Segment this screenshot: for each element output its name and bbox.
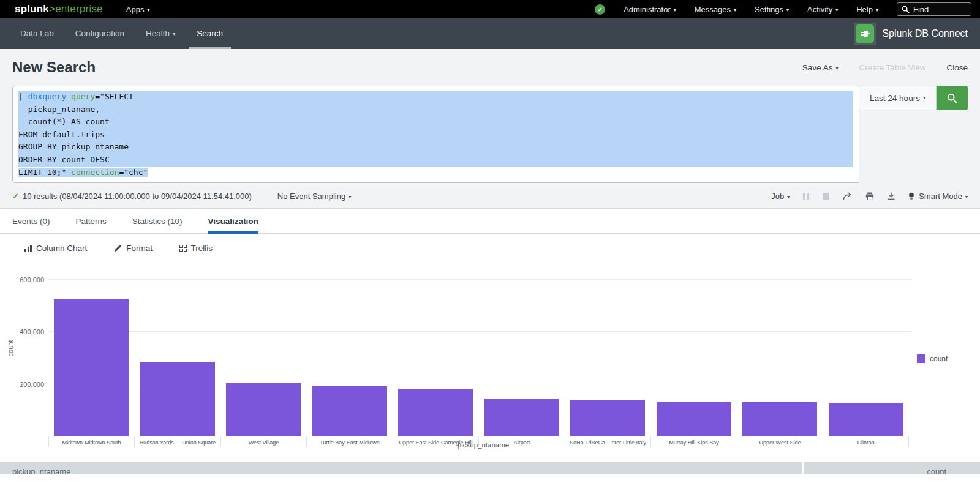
app-identity[interactable]: Splunk DB Connect: [854, 23, 968, 45]
menu-messages[interactable]: Messages▾: [695, 5, 736, 14]
check-icon: ✓: [12, 192, 19, 201]
db-connect-plug-icon: [856, 24, 874, 43]
stop-icon[interactable]: [823, 193, 829, 200]
bars: [54, 263, 913, 436]
search-icon: [902, 6, 910, 13]
chevron-down-icon: ▾: [173, 31, 175, 37]
tab-statistics[interactable]: Statistics (10): [132, 209, 183, 233]
header-actions: Save As▾ Create Table View Close: [802, 63, 968, 72]
download-icon[interactable]: [888, 192, 895, 200]
app-icon-tile: [854, 23, 876, 45]
query-line-6: ORDER BY count DESC: [18, 154, 853, 167]
bar-8[interactable]: [657, 402, 731, 436]
trellis-grid-icon: [179, 245, 187, 252]
chevron-down-icon: ▾: [734, 7, 736, 13]
logo-product: enterprise: [55, 3, 103, 15]
bar-10[interactable]: [829, 403, 903, 436]
x-axis-title: pickup_ntaname: [54, 441, 913, 449]
format-button[interactable]: Format: [114, 244, 153, 253]
close-button[interactable]: Close: [946, 63, 968, 72]
chevron-down-icon: ▾: [786, 7, 789, 13]
nav-configuration[interactable]: Configuration: [67, 18, 132, 49]
tab-events[interactable]: Events (0): [12, 209, 50, 233]
page-header-row: New Search Save As▾ Create Table View Cl…: [0, 49, 980, 83]
create-table-view-button: Create Table View: [859, 63, 925, 72]
search-bar-row: | dbxquery query="SELECT pickup_ntaname,…: [0, 83, 980, 183]
save-as-button[interactable]: Save As▾: [802, 63, 839, 72]
pause-icon[interactable]: [803, 193, 809, 200]
column-chart: 200,000400,000600,000 count Midtown-Midt…: [0, 260, 980, 453]
app-name: Splunk DB Connect: [882, 28, 968, 39]
bar-6[interactable]: [484, 399, 559, 436]
bar-4[interactable]: [312, 386, 387, 436]
chevron-down-icon: ▾: [835, 66, 838, 71]
search-submit-button[interactable]: [937, 86, 968, 110]
results-summary: 10 results (08/04/2024 11:00:00.000 to 0…: [23, 192, 252, 201]
y-tick-label: 200,000: [0, 381, 49, 388]
bar-3[interactable]: [226, 383, 301, 436]
chevron-down-icon: ▾: [965, 194, 968, 200]
chart-legend: count: [917, 354, 948, 363]
top-nav-right: ✓ Administrator▾ Messages▾ Settings▾ Act…: [595, 2, 971, 16]
smart-mode-dropdown[interactable]: Smart Mode▾: [908, 192, 968, 201]
bulb-icon: [908, 192, 914, 201]
nav-health[interactable]: Health▾: [138, 18, 183, 49]
pencil-icon: [114, 244, 122, 252]
y-tick-label: 600,000: [0, 276, 49, 283]
legend-swatch: [917, 354, 925, 363]
menu-settings[interactable]: Settings▾: [755, 5, 789, 14]
chevron-down-icon: ▾: [835, 7, 838, 13]
time-range-picker[interactable]: Last 24 hours▾: [859, 86, 937, 110]
search-icon: [947, 93, 957, 103]
find-search-box[interactable]: [897, 2, 971, 16]
tab-patterns[interactable]: Patterns: [76, 209, 107, 233]
job-toolbar: Job▾ Smart Mode▾: [771, 192, 968, 201]
page-title: New Search: [12, 59, 96, 76]
chart-plot-area: Midtown-Midtown SouthHudson Yards-...-Un…: [54, 263, 913, 436]
bar-7[interactable]: [570, 400, 645, 436]
query-line-5: GROUP BY pickup_ntaname: [18, 141, 853, 154]
results-tabs: Events (0) Patterns Statistics (10) Visu…: [0, 209, 980, 234]
query-line-2: pickup_ntaname,: [18, 103, 853, 116]
job-status-bar: ✓ 10 results (08/04/2024 11:00:00.000 to…: [0, 183, 980, 201]
query-line-1: | dbxquery query="SELECT: [18, 91, 853, 103]
y-axis-title: count: [7, 330, 14, 367]
share-icon[interactable]: [843, 192, 852, 200]
query-line-4: FROM default.trips: [18, 129, 853, 141]
bar-5[interactable]: [398, 389, 473, 436]
bar-9[interactable]: [742, 402, 817, 436]
menu-activity[interactable]: Activity▾: [807, 5, 838, 14]
menu-administrator[interactable]: Administrator▾: [624, 5, 676, 14]
chevron-down-icon: ▾: [787, 194, 790, 200]
tab-visualization[interactable]: Visualization: [208, 209, 258, 233]
logo-separator: >: [49, 3, 55, 15]
nav-data-lab[interactable]: Data Lab: [12, 18, 62, 49]
query-line-7: LIMIT 10;" connection="chc": [18, 167, 853, 179]
chevron-down-icon: ▾: [674, 7, 676, 13]
chart-type-picker[interactable]: Column Chart: [24, 244, 87, 253]
job-menu[interactable]: Job▾: [771, 192, 790, 201]
event-sampling-dropdown[interactable]: No Event Sampling▾: [277, 192, 351, 201]
top-nav: splunk>enterprise Apps▾ ✓ Administrator▾…: [0, 0, 980, 18]
nav-search[interactable]: Search: [189, 18, 231, 49]
column-header-count[interactable]: count: [804, 462, 980, 474]
visualization-toolbar: Column Chart Format Trellis: [0, 234, 980, 260]
chevron-down-icon: ▾: [923, 95, 925, 100]
health-status-icon[interactable]: ✓: [595, 4, 605, 15]
bar-1[interactable]: [54, 299, 129, 436]
splunk-logo[interactable]: splunk>enterprise: [15, 3, 103, 15]
legend-label: count: [930, 354, 948, 363]
chevron-down-icon: ▾: [349, 194, 351, 200]
query-line-3: count(*) AS count: [18, 116, 853, 129]
find-input[interactable]: [913, 5, 965, 14]
menu-apps[interactable]: Apps▾: [126, 5, 150, 14]
search-query-input[interactable]: | dbxquery query="SELECT pickup_ntaname,…: [12, 86, 859, 183]
bar-2[interactable]: [140, 362, 215, 436]
chevron-down-icon: ▾: [876, 7, 878, 13]
chevron-down-icon: ▾: [147, 7, 149, 13]
print-icon[interactable]: [865, 192, 874, 200]
trellis-button[interactable]: Trellis: [179, 244, 213, 253]
menu-help[interactable]: Help▾: [856, 5, 878, 14]
column-header-pickup-ntaname[interactable]: pickup_ntaname: [0, 462, 804, 474]
logo-brand: splunk: [15, 3, 49, 15]
